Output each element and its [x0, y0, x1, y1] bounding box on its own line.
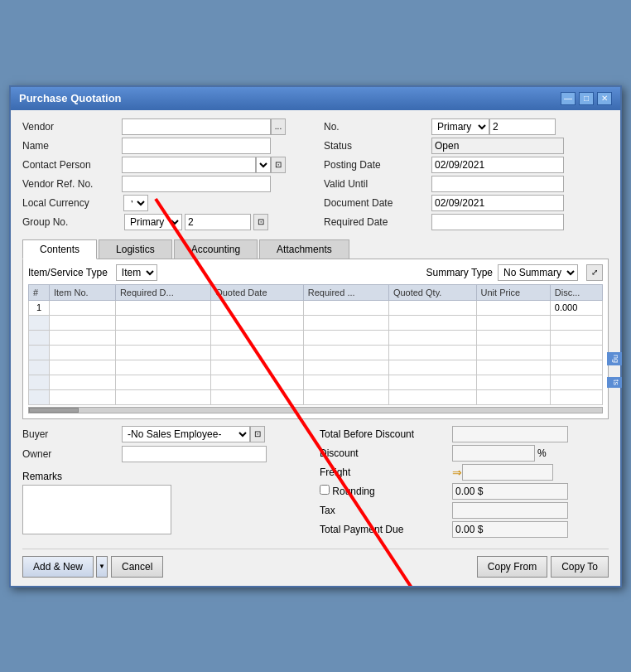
cell-quoted-qty[interactable]	[388, 375, 476, 389]
status-label: Status	[324, 140, 431, 152]
local-currency-select[interactable]: ▼	[123, 195, 148, 211]
valid-until-input[interactable]	[431, 176, 564, 192]
minimize-button[interactable]: —	[561, 92, 576, 105]
tab-accounting[interactable]: Accounting	[174, 239, 258, 259]
contact-person-icon[interactable]: ⊡	[271, 157, 286, 173]
cell-quoted-qty[interactable]	[388, 315, 476, 330]
cell-quoted-qty[interactable]	[388, 300, 476, 315]
cell-required[interactable]	[303, 389, 388, 404]
cell-unit-price[interactable]	[476, 389, 550, 404]
item-service-type-select[interactable]: Item	[116, 264, 157, 281]
add-new-dropdown-icon[interactable]: ▼	[96, 556, 108, 578]
group-no-select[interactable]: Primary	[124, 214, 182, 230]
group-no-icon[interactable]: ⊡	[253, 214, 268, 230]
cell-item-no[interactable]	[50, 375, 116, 389]
buyer-select[interactable]: -No Sales Employee-	[122, 426, 250, 442]
cell-disc[interactable]	[550, 330, 602, 345]
vendor-ref-input[interactable]	[122, 176, 271, 192]
cell-unit-price[interactable]	[476, 330, 550, 345]
cell-quoted-date[interactable]	[211, 389, 304, 404]
copy-from-button[interactable]: Copy From	[477, 556, 547, 578]
cell-item-no[interactable]	[50, 345, 116, 360]
cell-item-no[interactable]	[50, 315, 116, 330]
cell-unit-price[interactable]	[476, 345, 550, 360]
discount-input[interactable]	[452, 445, 535, 462]
cell-item-no[interactable]	[50, 300, 116, 315]
cell-required[interactable]	[303, 375, 388, 389]
cell-quoted-date[interactable]	[211, 330, 304, 345]
cell-item-no[interactable]	[50, 330, 116, 345]
posting-date-input[interactable]	[431, 157, 564, 173]
copy-to-button[interactable]: Copy To	[551, 556, 609, 578]
total-payment-due-input	[452, 521, 568, 538]
cell-quoted-date[interactable]	[211, 300, 304, 315]
no-input[interactable]	[489, 118, 556, 135]
cell-req-d[interactable]	[115, 315, 210, 330]
contact-person-input[interactable]	[122, 157, 256, 173]
tab-contents[interactable]: Contents	[22, 239, 97, 259]
cell-quoted-qty[interactable]	[388, 345, 476, 360]
side-tab-1[interactable]: ng	[607, 352, 622, 365]
cell-item-no[interactable]	[50, 360, 116, 375]
table-scrollbar[interactable]	[28, 407, 603, 413]
cell-quoted-qty[interactable]	[388, 360, 476, 375]
cell-req-d[interactable]	[115, 345, 210, 360]
cell-req-d[interactable]	[115, 389, 210, 404]
cell-required[interactable]	[303, 360, 388, 375]
cell-quoted-date[interactable]	[211, 345, 304, 360]
total-payment-due-label: Total Payment Due	[320, 524, 452, 535]
group-no-label: Group No.	[22, 216, 122, 228]
tab-attachments[interactable]: Attachments	[259, 239, 349, 259]
cell-disc[interactable]	[550, 345, 602, 360]
cell-disc[interactable]: 0.000	[550, 300, 602, 315]
buyer-icon[interactable]: ⊡	[250, 426, 265, 442]
cell-disc[interactable]	[550, 315, 602, 330]
cell-req-d[interactable]	[115, 360, 210, 375]
vendor-search-icon[interactable]: ...	[271, 118, 286, 135]
add-new-button[interactable]: Add & New	[22, 556, 94, 578]
group-no-input[interactable]	[185, 214, 251, 230]
close-button[interactable]: ✕	[597, 92, 612, 105]
cell-unit-price[interactable]	[476, 300, 550, 315]
freight-input[interactable]	[462, 464, 553, 481]
col-unit-price: Unit Price	[476, 284, 550, 300]
remarks-textarea[interactable]	[22, 485, 171, 534]
owner-input[interactable]	[122, 446, 267, 462]
cell-unit-price[interactable]	[476, 360, 550, 375]
cell-quoted-date[interactable]	[211, 375, 304, 389]
summary-type-select[interactable]: No Summary	[498, 264, 578, 281]
cell-required[interactable]	[303, 345, 388, 360]
cell-required[interactable]	[303, 315, 388, 330]
local-currency-label: Local Currency	[22, 197, 122, 209]
cell-quoted-qty[interactable]	[388, 330, 476, 345]
cancel-button[interactable]: Cancel	[111, 556, 163, 578]
cell-disc[interactable]	[550, 389, 602, 404]
cell-req-d[interactable]	[115, 330, 210, 345]
side-tab-2[interactable]: ts	[607, 377, 622, 388]
required-date-input[interactable]	[431, 214, 564, 230]
cell-disc[interactable]	[550, 360, 602, 375]
contact-person-dropdown[interactable]: ▼	[256, 157, 271, 173]
tab-logistics[interactable]: Logistics	[99, 239, 172, 259]
rounding-checkbox[interactable]	[320, 485, 330, 495]
vendor-input[interactable]	[122, 118, 271, 135]
cell-disc[interactable]	[550, 375, 602, 389]
no-select[interactable]: Primary	[431, 118, 489, 135]
name-input[interactable]	[122, 138, 271, 154]
cell-item-no[interactable]	[50, 389, 116, 404]
freight-arrow-icon[interactable]: ⇒	[452, 466, 462, 479]
cell-quoted-date[interactable]	[211, 360, 304, 375]
cell-required[interactable]	[303, 330, 388, 345]
expand-icon[interactable]: ⤢	[586, 264, 603, 281]
cell-unit-price[interactable]	[476, 375, 550, 389]
cell-quoted-qty[interactable]	[388, 389, 476, 404]
cell-unit-price[interactable]	[476, 315, 550, 330]
maximize-button[interactable]: □	[579, 92, 594, 105]
cell-quoted-date[interactable]	[211, 315, 304, 330]
cell-req-d[interactable]	[115, 375, 210, 389]
cell-req-d[interactable]	[115, 300, 210, 315]
col-quoted-qty: Quoted Qty.	[388, 284, 476, 300]
document-date-input[interactable]	[431, 195, 564, 211]
cell-required[interactable]	[303, 300, 388, 315]
percent-label: %	[537, 447, 547, 459]
